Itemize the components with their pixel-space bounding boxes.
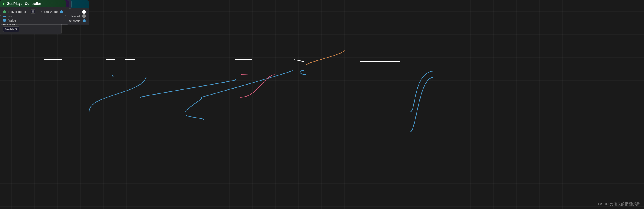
- watermark-text: CSDN @消失的骷髅绑斯: [598, 202, 640, 206]
- sv-visibility-value: Visible: [5, 28, 14, 31]
- get-player-ctrl-header: f Get Player Controller: [0, 0, 66, 7]
- bp-as-bp-pin: [83, 19, 86, 22]
- gpctrl-return-pin: [60, 10, 63, 13]
- gpctrl-index-value: 0: [31, 9, 35, 14]
- gpctrl-return-label: Return Value: [38, 10, 58, 13]
- get-player-controller-node: f Get Player Controller Player Index 0 R…: [0, 0, 66, 16]
- sb-value-label: Value: [8, 19, 66, 22]
- get-player-ctrl-title: Get Player Controller: [7, 2, 41, 6]
- bp-exec-out: [82, 9, 87, 14]
- sv-dropdown-arrow: ▾: [15, 27, 17, 31]
- connection-layer: [0, 0, 644, 209]
- gpctrl-player-index-pin: [3, 10, 6, 13]
- sv-visibility-dropdown[interactable]: Visible ▾: [3, 26, 19, 32]
- get-player-ctrl-body: Player Index 0 Return Value: [0, 7, 66, 16]
- sb-value-pin: [3, 19, 6, 22]
- gpctrl-player-index-label: Player Index: [8, 10, 28, 13]
- watermark: CSDN @消失的骷髅绑斯: [598, 202, 640, 207]
- bp-cast-failed-pin: [82, 14, 87, 19]
